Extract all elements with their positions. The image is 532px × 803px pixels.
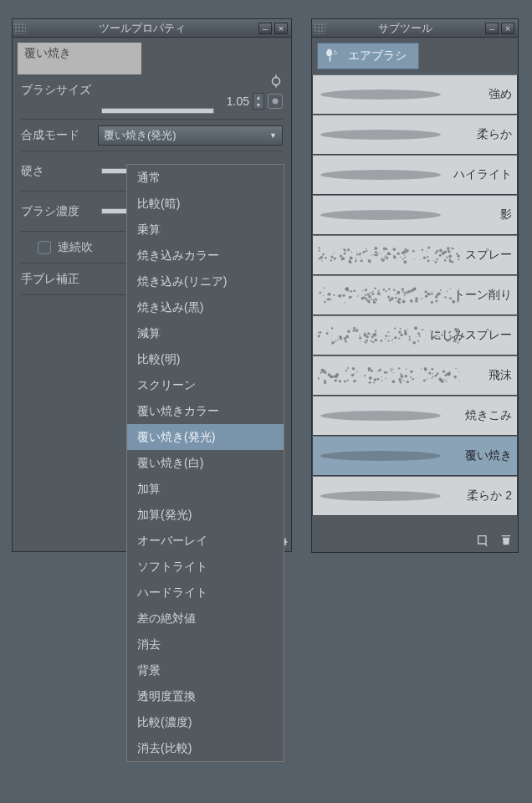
svg-point-161 <box>364 290 365 291</box>
svg-point-317 <box>375 339 378 342</box>
blend-mode-option[interactable]: 差の絶対値 <box>127 606 284 632</box>
svg-point-20 <box>433 260 434 261</box>
svg-point-35 <box>333 253 334 253</box>
blend-mode-option[interactable]: 比較(濃度) <box>127 709 284 735</box>
brush-item[interactable]: トーン削り <box>312 275 518 315</box>
blend-mode-option[interactable]: 加算 <box>127 476 284 502</box>
blend-mode-option[interactable]: 加算(発光) <box>127 502 284 528</box>
svg-point-385 <box>427 378 428 380</box>
blend-mode-option[interactable]: オーバーレイ <box>127 528 284 554</box>
brush-item[interactable]: 柔らか 2 <box>312 476 518 516</box>
svg-point-367 <box>391 370 392 371</box>
brush-item[interactable]: 影 <box>312 195 518 235</box>
svg-point-390 <box>393 372 394 373</box>
blend-mode-option[interactable]: ハードライト <box>127 580 284 606</box>
svg-point-104 <box>391 254 391 255</box>
brush-item[interactable]: 柔らか <box>312 115 518 155</box>
svg-point-98 <box>402 258 404 260</box>
svg-point-89 <box>319 254 320 255</box>
blend-mode-option[interactable]: 覆い焼き(発光) <box>127 424 284 450</box>
svg-point-116 <box>446 256 448 258</box>
blend-mode-combo[interactable]: 覆い焼き(発光) ▼ <box>98 125 283 146</box>
minimize-button[interactable]: – <box>258 23 272 34</box>
svg-point-356 <box>412 378 413 380</box>
blend-mode-option[interactable]: 覆い焼きカラー <box>127 398 284 424</box>
svg-point-328 <box>375 336 376 337</box>
svg-point-149 <box>371 299 372 300</box>
svg-point-5 <box>320 130 441 140</box>
brush-size-spinner[interactable]: ▲▼ <box>253 93 264 110</box>
svg-point-78 <box>366 250 367 252</box>
brush-item[interactable]: スプレー <box>312 235 518 275</box>
svg-point-4 <box>320 90 441 100</box>
blend-mode-dropdown[interactable]: 通常比較(暗)乗算焼き込みカラー焼き込み(リニア)焼き込み(黒)減算比較(明)ス… <box>126 164 284 762</box>
svg-point-22 <box>439 254 442 257</box>
blend-mode-option[interactable]: スクリーン <box>127 372 284 398</box>
grip-icon[interactable] <box>14 23 26 34</box>
blend-mode-option[interactable]: 消去(比較) <box>127 735 284 761</box>
blend-mode-option[interactable]: 覆い焼き(白) <box>127 450 284 476</box>
brush-item[interactable]: 焼きこみ <box>312 396 518 436</box>
blend-mode-option[interactable]: 乗算 <box>127 217 284 243</box>
brush-size-indicator-icon[interactable] <box>268 94 283 109</box>
svg-point-272 <box>318 332 319 334</box>
svg-point-120 <box>383 247 386 250</box>
blend-mode-option[interactable]: 比較(明) <box>127 346 284 372</box>
svg-point-253 <box>385 338 386 339</box>
blend-mode-option[interactable]: ソフトライト <box>127 554 284 580</box>
svg-point-124 <box>324 287 325 289</box>
svg-point-208 <box>389 299 391 301</box>
svg-point-405 <box>323 370 325 372</box>
svg-point-376 <box>352 367 356 371</box>
blend-mode-option[interactable]: 透明度置換 <box>127 683 284 709</box>
svg-point-242 <box>359 335 360 335</box>
svg-point-280 <box>419 335 421 337</box>
blend-mode-option[interactable]: 通常 <box>127 165 284 191</box>
svg-point-427 <box>344 381 346 383</box>
close-button[interactable]: × <box>274 23 288 34</box>
svg-point-436 <box>320 411 441 421</box>
blend-mode-option[interactable]: 焼き込み(リニア) <box>127 269 284 294</box>
svg-point-389 <box>373 381 375 383</box>
blend-mode-option[interactable]: 焼き込みカラー <box>127 243 284 269</box>
brush-item[interactable]: 強め <box>312 74 518 115</box>
svg-point-414 <box>431 368 433 371</box>
blend-mode-option[interactable]: 焼き込み(黒) <box>127 294 284 320</box>
svg-point-223 <box>415 297 418 300</box>
grip-icon[interactable] <box>314 23 325 34</box>
svg-point-305 <box>361 341 361 342</box>
blend-mode-option[interactable]: 消去 <box>127 632 284 657</box>
menu-icon[interactable] <box>474 532 491 549</box>
brush-item[interactable]: ハイライト <box>312 155 518 195</box>
svg-point-312 <box>371 335 374 338</box>
svg-point-156 <box>450 288 452 289</box>
brush-item[interactable]: 飛沫 <box>312 355 518 396</box>
trash-icon[interactable] <box>498 532 514 549</box>
svg-point-324 <box>394 328 396 330</box>
minimize-button[interactable]: – <box>485 23 499 34</box>
svg-point-349 <box>399 381 402 384</box>
close-button[interactable]: × <box>501 23 514 34</box>
smooth-stroke-icon <box>318 86 443 103</box>
brush-item[interactable]: にじみスプレー <box>312 315 518 355</box>
svg-point-335 <box>364 335 366 337</box>
svg-point-417 <box>347 367 349 369</box>
continuous-checkbox[interactable] <box>38 241 51 254</box>
blend-mode-option[interactable]: 背景 <box>127 657 284 683</box>
svg-point-197 <box>404 295 405 296</box>
brush-item[interactable]: 覆い焼き <box>312 436 518 476</box>
svg-point-145 <box>415 299 418 303</box>
blend-mode-option[interactable]: 比較(暗) <box>127 191 284 217</box>
svg-point-40 <box>355 260 357 263</box>
svg-point-196 <box>413 288 416 290</box>
svg-point-287 <box>340 338 342 340</box>
svg-point-79 <box>437 250 438 252</box>
svg-point-34 <box>356 254 358 256</box>
svg-point-36 <box>427 259 430 262</box>
svg-point-31 <box>371 255 372 256</box>
category-tab[interactable]: エアブラシ <box>317 43 419 69</box>
svg-point-165 <box>326 299 327 299</box>
brush-size-slider[interactable] <box>101 108 214 114</box>
svg-point-330 <box>402 335 403 336</box>
blend-mode-option[interactable]: 減算 <box>127 320 284 346</box>
